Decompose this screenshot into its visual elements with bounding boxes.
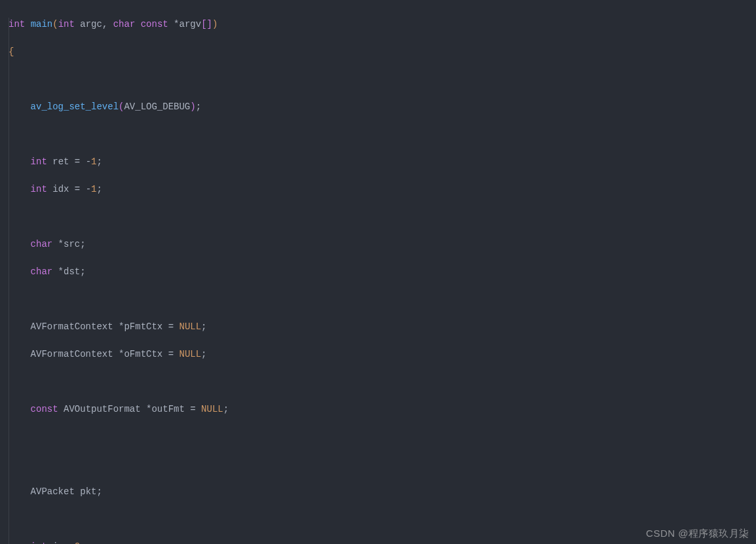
code-line [9, 513, 756, 526]
code-line [9, 458, 756, 471]
code-line [9, 430, 756, 444]
code-line: char *src; [9, 238, 756, 251]
code-line: char *dst; [9, 265, 756, 279]
code-line [9, 293, 756, 306]
code-line: { [9, 45, 756, 59]
code-line: int idx = -1; [9, 183, 756, 196]
code-line: const AVOutputFormat *outFmt = NULL; [9, 403, 756, 416]
code-line [9, 375, 756, 389]
code-line: int ret = -1; [9, 155, 756, 169]
keyword-int: int [9, 19, 25, 29]
code-line: AVPacket pkt; [9, 485, 756, 499]
code-line [9, 210, 756, 224]
code-line [9, 128, 756, 141]
code-line: int main(int argc, char const *argv[]) [9, 18, 756, 31]
code-line [9, 73, 756, 86]
fn-main: main [31, 19, 53, 29]
code-line: AVFormatContext *pFmtCtx = NULL; [9, 320, 756, 334]
code-line: AVFormatContext *oFmtCtx = NULL; [9, 348, 756, 361]
code-line: int i = 0; [9, 540, 756, 544]
watermark: CSDN @程序猿玖月柒 [646, 526, 749, 540]
code-editor[interactable]: int main(int argc, char const *argv[]) {… [0, 0, 756, 544]
code-line: av_log_set_level(AV_LOG_DEBUG); [9, 100, 756, 114]
indent-guide-1 [9, 18, 9, 544]
